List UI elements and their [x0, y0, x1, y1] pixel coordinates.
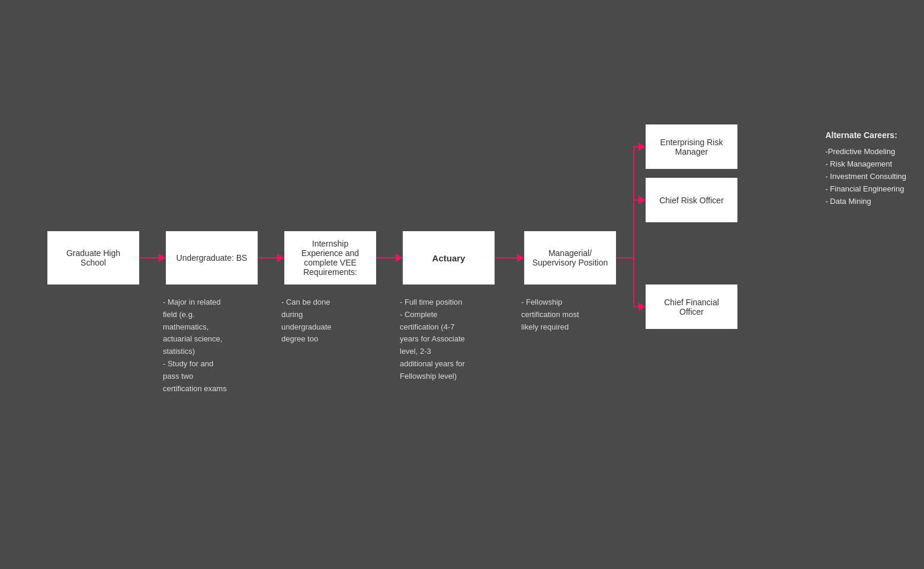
desc-undergraduate: - Major in relatedfield (e.g.mathematics…	[163, 296, 227, 395]
alt-career-item-0: -Predictive Modeling	[825, 147, 906, 156]
diagram-svg	[0, 0, 924, 569]
alt-careers-title: Alternate Careers:	[825, 130, 906, 140]
flow-box-undergraduate: Undergraduate: BS	[166, 231, 258, 284]
flow-box-actuary: Actuary	[403, 231, 495, 284]
svg-marker-3	[277, 254, 284, 262]
desc-managerial: - Fellowshipcertification mostlikely req…	[521, 296, 579, 333]
flow-box-internship: Internship Experience and complete VEE R…	[284, 231, 376, 284]
flow-box-graduate: Graduate High School	[47, 231, 139, 284]
svg-marker-15	[639, 303, 646, 311]
alt-career-item-1: - Risk Management	[825, 159, 906, 168]
flow-box-chief-financial: Chief Financial Officer	[646, 284, 737, 329]
svg-marker-13	[639, 196, 646, 204]
alt-career-item-3: - Financial Engineering	[825, 184, 906, 193]
alt-careers-panel: Alternate Careers:-Predictive Modeling- …	[825, 130, 906, 209]
svg-marker-1	[159, 254, 166, 262]
svg-marker-11	[639, 143, 646, 151]
svg-marker-7	[517, 254, 524, 262]
flow-box-managerial: Managerial/ Supervisory Position	[524, 231, 616, 284]
desc-actuary: - Full time position- Completecertificat…	[400, 296, 465, 383]
desc-internship: - Can be doneduringundergraduatedegree t…	[281, 296, 332, 346]
svg-marker-5	[396, 254, 403, 262]
flow-box-enterprising: Enterprising Risk Manager	[646, 124, 737, 169]
flow-box-chief-risk: Chief Risk Officer	[646, 178, 737, 222]
alt-career-item-2: - Investment Consulting	[825, 172, 906, 181]
alt-career-item-4: - Data Mining	[825, 197, 906, 206]
